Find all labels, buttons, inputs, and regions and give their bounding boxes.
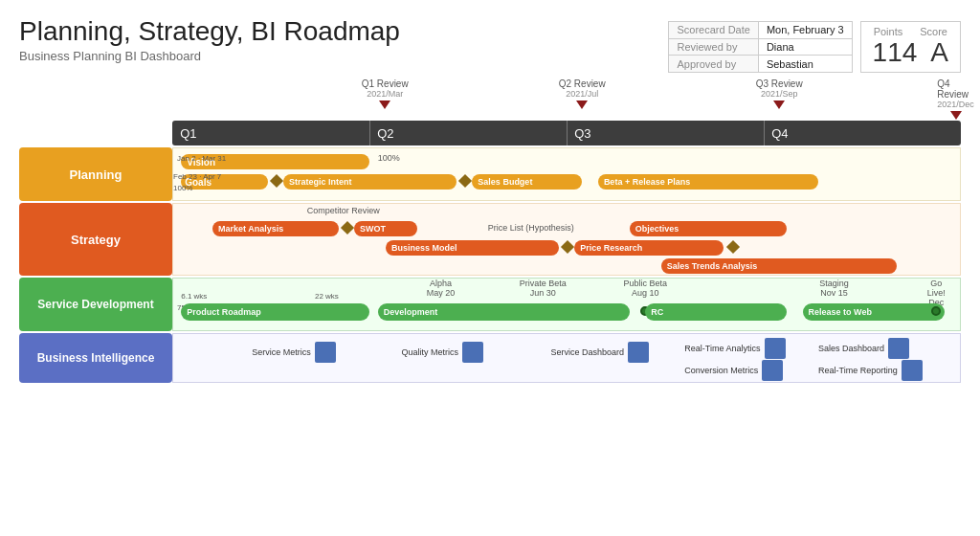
q-divider-3 <box>764 121 765 145</box>
q2-bar-label: Q2 <box>377 126 393 141</box>
swot-label: SWOT <box>360 224 386 234</box>
service-label: Service Development <box>19 278 172 331</box>
scorecard-value-2: Diana <box>758 38 852 56</box>
market-analysis-label: Market Analysis <box>218 224 283 234</box>
golive-milestone <box>931 306 941 316</box>
wks-label-1: 6.1 wks <box>181 292 207 301</box>
release-web-bar: Release to Web <box>803 303 945 321</box>
bi-content: Service Metrics Quality Metrics Service … <box>172 333 961 383</box>
q3-review: Q3 Review 2021/Sep <box>756 78 803 109</box>
price-research-bar: Price Research <box>574 240 724 256</box>
sales-budget-label: Sales Budget <box>478 177 532 187</box>
sub-title: Business Planning BI Dashboard <box>19 49 400 63</box>
scorecard-label-3: Approved by <box>669 56 758 73</box>
business-model-milestone <box>561 240 574 254</box>
q-divider-2 <box>567 121 568 145</box>
business-model-label: Business Model <box>391 243 457 253</box>
scorecard-label-1: Scorecard Date <box>669 22 758 39</box>
market-analysis-bar: Market Analysis <box>212 221 339 236</box>
score-label-row: Points Score <box>874 26 947 37</box>
q1-review: Q1 Review 2021/Mar <box>362 78 409 109</box>
service-metrics-item: Service Metrics <box>252 342 336 363</box>
q2-review-arrow <box>576 100 588 109</box>
quarter-bar: Q1 Q2 Q3 Q4 <box>172 121 961 145</box>
service-content: AlphaMay 20 Private BetaJun 30 Public Be… <box>172 278 961 331</box>
sales-trends-label: Sales Trends Analysis <box>667 261 758 271</box>
q4-bar-label: Q4 <box>771 126 788 141</box>
price-research-label: Price Research <box>580 243 642 253</box>
header: Planning, Strategy, BI Roadmap Business … <box>19 17 961 73</box>
objectives-label: Objectives <box>635 224 679 234</box>
points-label: Points <box>874 26 903 37</box>
strategic-intent-bar: Strategic Intent <box>283 174 457 190</box>
beta-release-bar: Beta + Release Plans <box>598 174 818 190</box>
sales-dashboard-icon <box>888 338 909 359</box>
scorecard-row-2: Reviewed by Diana <box>669 38 852 56</box>
rc-label: RC <box>651 307 663 317</box>
q4-review: Q4 Review 2021/Dec <box>937 78 974 120</box>
alpha-label: AlphaMay 20 <box>427 279 456 298</box>
staging-label: StagingNov 15 <box>819 279 849 298</box>
service-dashboard-text: Service Dashboard <box>551 347 625 357</box>
bi-row: Business Intelligence Service Metrics Qu… <box>19 333 961 383</box>
product-roadmap-label: Product Roadmap <box>187 307 261 317</box>
development-bar: Development <box>378 303 630 321</box>
realtime-analytics-text: Real-Time Analytics <box>684 344 760 353</box>
strategy-row: Strategy Competitor Review Market Analys… <box>19 203 961 276</box>
service-dashboard-icon <box>628 342 649 363</box>
quality-metrics-text: Quality Metrics <box>401 347 458 357</box>
points-value: 114 <box>873 37 918 68</box>
score-block: Points Score 114 A <box>860 21 961 73</box>
q3-review-label: Q3 Review <box>756 78 803 89</box>
strategic-intent-label: Strategic Intent <box>289 177 352 187</box>
q3-review-date: 2021/Sep <box>761 89 798 99</box>
beta-release-label: Beta + Release Plans <box>604 177 690 187</box>
scorecard-row-1: Scorecard Date Mon, February 3 <box>669 22 852 39</box>
scorecard-value-3: Sebastian <box>758 56 852 73</box>
service-row: Service Development AlphaMay 20 Private … <box>19 278 961 331</box>
conversion-metrics-icon <box>762 360 783 381</box>
q4-review-label: Q4 Review <box>937 78 974 100</box>
service-dashboard-item: Service Dashboard <box>551 342 650 363</box>
score-value-row: 114 A <box>873 37 948 68</box>
vision-dates: Jan 2 · Mar 31 <box>177 154 226 163</box>
planning-row: Planning Vision 100% Jan 2 · Mar 31 Goal… <box>19 147 961 201</box>
release-web-label: Release to Web <box>809 307 872 317</box>
development-label: Development <box>384 307 438 317</box>
rc-bar: RC <box>645 303 787 321</box>
service-metrics-text: Service Metrics <box>252 347 311 357</box>
wks-label-2: 22 wks <box>315 292 339 301</box>
timeline-header: Q1 Review 2021/Mar Q2 Review 2021/Jul Q3… <box>172 78 961 121</box>
quality-metrics-item: Quality Metrics <box>401 342 483 363</box>
q1-review-date: 2021/Mar <box>367 89 403 99</box>
scorecard-block: Scorecard Date Mon, February 3 Reviewed … <box>668 21 961 73</box>
q1-bar-label: Q1 <box>180 126 196 141</box>
title-block: Planning, Strategy, BI Roadmap Business … <box>19 17 400 63</box>
strategic-intent-milestone <box>458 174 472 188</box>
score-value: A <box>930 37 948 68</box>
strategy-label: Strategy <box>19 203 172 276</box>
strategy-content: Competitor Review Market Analysis SWOT P… <box>172 203 961 276</box>
page: Planning, Strategy, BI Roadmap Business … <box>0 0 980 536</box>
scorecard-value-1: Mon, February 3 <box>758 22 852 39</box>
rows-container: Planning Vision 100% Jan 2 · Mar 31 Goal… <box>19 147 961 383</box>
q-divider-1 <box>369 121 370 145</box>
vision-pct: 100% <box>378 153 400 163</box>
service-metrics-icon <box>315 342 336 363</box>
q2-review-date: 2021/Jul <box>566 89 598 99</box>
q4-review-date: 2021/Dec <box>937 100 974 109</box>
realtime-analytics-item: Real-Time Analytics <box>684 338 785 359</box>
conversion-metrics-text: Conversion Metrics <box>684 366 758 375</box>
realtime-analytics-icon <box>765 338 786 359</box>
conversion-metrics-item: Conversion Metrics <box>684 360 783 381</box>
q3-review-arrow <box>773 100 785 109</box>
realtime-reporting-text: Real-Time Reporting <box>818 366 898 375</box>
competitor-review-label: Competitor Review <box>307 206 380 215</box>
price-hypothesis-label: Price List (Hypothesis) <box>488 223 574 233</box>
q2-review-label: Q2 Review <box>559 78 606 89</box>
q2-review: Q2 Review 2021/Jul <box>559 78 606 109</box>
sales-trends-bar: Sales Trends Analysis <box>661 258 898 274</box>
sales-budget-bar: Sales Budget <box>472 174 582 190</box>
scorecard-row-3: Approved by Sebastian <box>669 56 852 73</box>
business-model-bar: Business Model <box>386 240 559 256</box>
